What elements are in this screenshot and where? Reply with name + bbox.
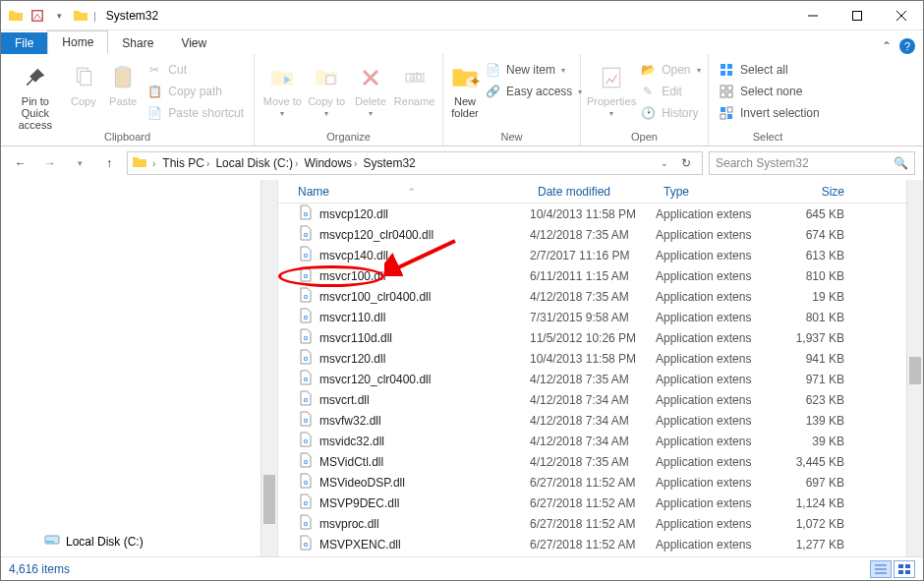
file-row[interactable]: msvcrt.dll4/12/2018 7:34 AMApplication e… bbox=[278, 389, 923, 410]
invert-selection-button[interactable]: Invert selection bbox=[715, 103, 824, 123]
edit-button[interactable]: ✎Edit bbox=[636, 82, 704, 101]
file-row[interactable]: msvfw32.dll4/12/2018 7:34 AMApplication … bbox=[278, 410, 923, 431]
forward-button[interactable]: → bbox=[38, 151, 62, 175]
easy-access-icon: 🔗 bbox=[485, 84, 500, 99]
select-none-button[interactable]: Select none bbox=[715, 82, 824, 101]
up-button[interactable]: ↑ bbox=[97, 151, 121, 175]
tab-view[interactable]: View bbox=[167, 32, 220, 54]
file-type-cell: Application extens bbox=[656, 476, 774, 490]
delete-button[interactable]: Delete▾ bbox=[349, 58, 393, 118]
svg-rect-26 bbox=[727, 114, 732, 119]
new-item-button[interactable]: 📄New item▾ bbox=[481, 60, 586, 80]
tab-file[interactable]: File bbox=[1, 32, 47, 54]
search-input[interactable]: Search System32 🔍 bbox=[709, 151, 915, 175]
select-all-button[interactable]: Select all bbox=[715, 60, 824, 80]
file-row[interactable]: msvproc.dll6/27/2018 11:52 AMApplication… bbox=[278, 513, 923, 534]
move-to-icon bbox=[266, 62, 298, 93]
rename-button[interactable]: ab Rename bbox=[392, 58, 436, 107]
file-date-cell: 11/5/2012 10:26 PM bbox=[530, 331, 656, 345]
file-row[interactable]: MSVidCtl.dll4/12/2018 7:35 AMApplication… bbox=[278, 451, 923, 472]
svg-rect-67 bbox=[905, 564, 910, 568]
new-folder-icon: ✦ bbox=[449, 62, 481, 93]
properties-button[interactable]: Properties▾ bbox=[587, 58, 636, 118]
column-type[interactable]: Type bbox=[656, 185, 774, 199]
crumb-local-disk[interactable]: Local Disk (C:)› bbox=[213, 156, 300, 170]
file-row[interactable]: msvcp120.dll10/4/2013 11:58 PMApplicatio… bbox=[278, 203, 923, 224]
item-count: 4,616 items bbox=[9, 562, 70, 576]
file-row[interactable]: msvcr120.dll10/4/2013 11:58 PMApplicatio… bbox=[278, 348, 923, 369]
svg-rect-68 bbox=[898, 570, 903, 574]
svg-point-42 bbox=[305, 337, 307, 339]
file-row[interactable]: msvcp120_clr0400.dll4/12/2018 7:35 AMApp… bbox=[278, 224, 923, 245]
tab-home[interactable]: Home bbox=[47, 30, 108, 54]
chevron-down-icon[interactable]: ⌄ bbox=[661, 158, 668, 168]
svg-rect-6 bbox=[81, 72, 91, 86]
file-type-cell: Application extens bbox=[656, 414, 774, 428]
file-row[interactable]: MSVideoDSP.dll6/27/2018 11:52 AMApplicat… bbox=[278, 472, 923, 493]
svg-point-48 bbox=[305, 399, 307, 401]
file-row[interactable]: msvcr110.dll7/31/2015 9:58 AMApplication… bbox=[278, 307, 923, 327]
file-row[interactable]: msvcr120_clr0400.dll4/12/2018 7:35 AMApp… bbox=[278, 369, 923, 389]
file-date-cell: 6/27/2018 11:52 AM bbox=[530, 538, 656, 552]
history-button[interactable]: 🕑History bbox=[636, 103, 704, 123]
open-button[interactable]: 📂Open▾ bbox=[636, 60, 704, 80]
chevron-right-icon[interactable]: › bbox=[149, 158, 158, 169]
details-view-button[interactable] bbox=[870, 560, 892, 578]
crumb-windows[interactable]: Windows› bbox=[302, 156, 359, 170]
svg-rect-19 bbox=[721, 86, 725, 90]
file-row[interactable]: MSVPXENC.dll6/27/2018 11:52 AMApplicatio… bbox=[278, 534, 923, 554]
copy-button[interactable]: Copy bbox=[64, 58, 103, 107]
navigation-pane[interactable]: Local Disk (C:) bbox=[1, 180, 278, 556]
pin-quick-access-button[interactable]: Pin to Quick access bbox=[7, 58, 64, 131]
file-row[interactable]: msvcp140.dll2/7/2017 11:16 PMApplication… bbox=[278, 245, 923, 265]
tab-share[interactable]: Share bbox=[108, 32, 167, 54]
move-to-button[interactable]: Move to▾ bbox=[260, 58, 305, 118]
easy-access-button[interactable]: 🔗Easy access▾ bbox=[481, 82, 586, 101]
group-label-open: Open bbox=[581, 131, 708, 145]
column-date[interactable]: Date modified bbox=[530, 185, 656, 199]
file-date-cell: 4/12/2018 7:35 AM bbox=[530, 455, 656, 469]
paste-button[interactable]: Paste bbox=[103, 58, 143, 107]
file-row[interactable]: msvidc32.dll4/12/2018 7:34 AMApplication… bbox=[278, 431, 923, 451]
copy-path-button[interactable]: 📋Copy path bbox=[143, 82, 248, 101]
maximize-button[interactable] bbox=[835, 1, 879, 30]
file-row[interactable]: msvcr100_clr0400.dll4/12/2018 7:35 AMApp… bbox=[278, 286, 923, 307]
cut-button[interactable]: ✂Cut bbox=[143, 60, 248, 80]
new-folder-button[interactable]: ✦ New folder bbox=[449, 58, 481, 119]
refresh-button[interactable]: ↻ bbox=[674, 156, 698, 170]
column-name[interactable]: Name⌃ bbox=[278, 185, 530, 199]
file-type-cell: Application extens bbox=[656, 352, 774, 366]
crumb-system32[interactable]: System32 bbox=[361, 156, 417, 170]
svg-rect-66 bbox=[898, 564, 903, 568]
file-name-cell: msvcp120.dll bbox=[278, 204, 530, 223]
file-row[interactable]: MSVP9DEC.dll6/27/2018 11:52 AMApplicatio… bbox=[278, 493, 923, 513]
help-icon[interactable]: ? bbox=[899, 38, 915, 54]
folder-icon bbox=[132, 154, 147, 173]
copy-to-button[interactable]: Copy to▾ bbox=[305, 58, 349, 118]
recent-locations-button[interactable]: ▾ bbox=[68, 151, 91, 175]
thumbnails-view-button[interactable] bbox=[894, 560, 915, 578]
file-date-cell: 6/27/2018 11:52 AM bbox=[530, 476, 656, 490]
crumb-this-pc[interactable]: This PC› bbox=[160, 156, 211, 170]
file-row[interactable]: msvcr110d.dll11/5/2012 10:26 PMApplicati… bbox=[278, 327, 923, 348]
file-row[interactable]: msvcr100.dll6/11/2011 1:15 AMApplication… bbox=[278, 265, 923, 286]
svg-point-34 bbox=[305, 255, 307, 257]
address-bar[interactable]: › This PC› Local Disk (C:)› Windows› Sys… bbox=[127, 151, 703, 175]
ribbon-collapse-icon[interactable]: ⌃ bbox=[882, 39, 892, 53]
file-name-cell: msvcr110.dll bbox=[278, 308, 530, 326]
close-button[interactable] bbox=[879, 1, 923, 30]
nav-local-disk[interactable]: Local Disk (C:) bbox=[44, 532, 144, 551]
qat-properties-icon[interactable] bbox=[29, 7, 46, 25]
file-size-cell: 1,072 KB bbox=[774, 517, 862, 531]
dll-file-icon bbox=[298, 308, 314, 326]
chevron-down-icon[interactable]: ▾ bbox=[50, 7, 68, 25]
nav-scrollbar[interactable] bbox=[260, 180, 277, 556]
column-size[interactable]: Size bbox=[774, 185, 862, 199]
file-size-cell: 645 KB bbox=[774, 207, 862, 221]
disk-icon bbox=[44, 532, 60, 551]
file-scrollbar[interactable] bbox=[906, 180, 923, 556]
paste-shortcut-button[interactable]: 📄Paste shortcut bbox=[143, 103, 248, 123]
back-button[interactable]: ← bbox=[9, 151, 32, 175]
dll-file-icon bbox=[298, 432, 314, 450]
minimize-button[interactable] bbox=[790, 1, 835, 30]
